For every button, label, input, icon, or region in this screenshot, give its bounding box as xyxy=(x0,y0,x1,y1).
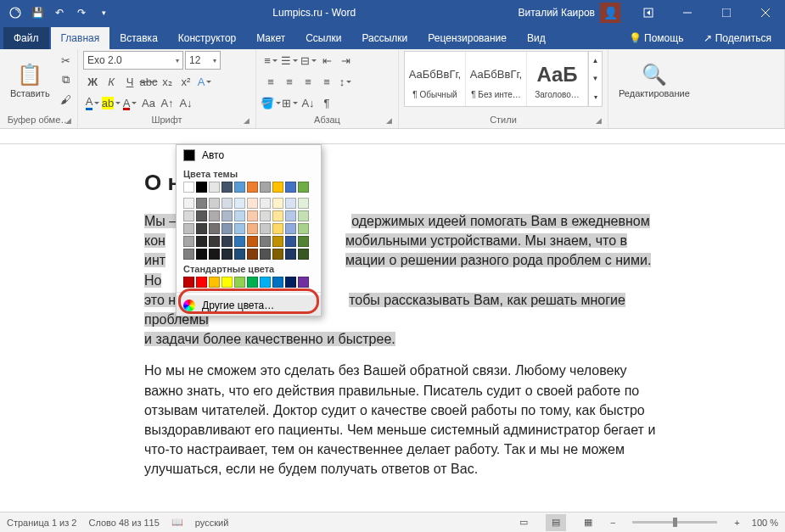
align-center-button[interactable]: ≡ xyxy=(280,72,299,91)
clipboard-launcher[interactable]: ◢ xyxy=(65,116,76,126)
ribbon-options-icon[interactable] xyxy=(629,0,668,25)
color-swatch[interactable] xyxy=(209,182,220,193)
color-swatch[interactable] xyxy=(260,223,271,234)
color-swatch[interactable] xyxy=(183,210,194,221)
color-swatch[interactable] xyxy=(196,223,207,234)
change-case-button[interactable]: Aa xyxy=(139,93,158,112)
color-swatch[interactable] xyxy=(196,182,207,193)
find-button[interactable]: 🔍 Редактирование xyxy=(614,51,695,109)
zoom-slider[interactable] xyxy=(632,521,717,524)
color-swatch[interactable] xyxy=(272,223,283,234)
color-swatch[interactable] xyxy=(221,198,233,209)
color-swatch[interactable] xyxy=(234,198,245,209)
font-size-combo[interactable]: 12▾ xyxy=(185,51,221,70)
color-swatch[interactable] xyxy=(183,223,194,234)
color-swatch[interactable] xyxy=(285,277,296,288)
view-web-icon[interactable]: ▦ xyxy=(578,514,598,531)
color-swatch[interactable] xyxy=(196,277,207,288)
bold-button[interactable]: Ж xyxy=(83,72,102,91)
color-swatch[interactable] xyxy=(183,198,194,209)
color-swatch[interactable] xyxy=(247,236,258,247)
tab-mailings[interactable]: Рассылки xyxy=(351,27,418,49)
color-swatch[interactable] xyxy=(298,277,309,288)
zoom-level[interactable]: 100 % xyxy=(752,518,778,528)
color-swatch[interactable] xyxy=(285,210,296,221)
document-area[interactable]: О на Мы –одержимых идеей помогать Вам в … xyxy=(0,144,785,512)
justify-button[interactable]: ≡ xyxy=(317,72,336,91)
color-swatch[interactable] xyxy=(234,249,245,260)
tab-insert[interactable]: Вставка xyxy=(109,27,168,49)
color-swatch[interactable] xyxy=(247,198,258,209)
color-swatch[interactable] xyxy=(260,210,271,221)
styles-gallery[interactable]: АаБбВвГг,¶ Обычный АаБбВвГг,¶ Без инте… … xyxy=(404,51,603,107)
shrink-font-button[interactable]: A↓ xyxy=(177,93,195,112)
color-swatch[interactable] xyxy=(247,182,258,193)
word-count[interactable]: Слово 48 из 115 xyxy=(88,518,159,528)
color-swatch[interactable] xyxy=(234,182,245,193)
color-swatch[interactable] xyxy=(221,210,233,221)
color-swatch[interactable] xyxy=(247,249,258,260)
redo-icon[interactable]: ↷ xyxy=(71,3,92,23)
styles-down[interactable]: ▼ xyxy=(589,70,602,87)
multilevel-button[interactable]: ⊟ xyxy=(299,51,317,70)
color-swatch[interactable] xyxy=(234,210,245,221)
color-swatch[interactable] xyxy=(221,249,233,260)
color-swatch[interactable] xyxy=(285,236,296,247)
tab-review[interactable]: Рецензирование xyxy=(418,27,517,49)
line-spacing-button[interactable]: ↕ xyxy=(336,72,355,91)
font-launcher[interactable]: ◢ xyxy=(244,116,254,126)
color-swatch[interactable] xyxy=(221,277,233,288)
decrease-indent-button[interactable]: ⇤ xyxy=(317,51,336,70)
highlight-button[interactable]: ab xyxy=(102,93,121,112)
tab-design[interactable]: Конструктор xyxy=(168,27,246,49)
color-swatch[interactable] xyxy=(298,223,309,234)
color-swatch[interactable] xyxy=(272,277,283,288)
color-swatch[interactable] xyxy=(272,198,283,209)
color-swatch[interactable] xyxy=(183,182,194,193)
color-swatch[interactable] xyxy=(196,210,207,221)
color-swatch[interactable] xyxy=(221,223,233,234)
spellcheck-icon[interactable]: 📖 xyxy=(171,517,183,528)
style-heading1[interactable]: АаБЗаголово… xyxy=(527,52,588,106)
color-swatch[interactable] xyxy=(234,223,245,234)
color-swatch[interactable] xyxy=(209,236,220,247)
sort-button[interactable]: A↓ xyxy=(299,93,317,112)
autosave-toggle[interactable] xyxy=(5,3,25,23)
strike-button[interactable]: abc xyxy=(139,72,158,91)
more-colors[interactable]: Другие цвета… xyxy=(177,295,321,316)
color-swatch[interactable] xyxy=(196,236,207,247)
color-swatch[interactable] xyxy=(183,277,194,288)
undo-icon[interactable]: ↶ xyxy=(49,3,70,23)
shading-button[interactable]: 🪣 xyxy=(261,93,280,112)
color-swatch[interactable] xyxy=(209,198,220,209)
color-swatch[interactable] xyxy=(183,249,194,260)
color-swatch[interactable] xyxy=(285,182,296,193)
qat-customize-icon[interactable]: ▾ xyxy=(93,3,114,23)
close-button[interactable] xyxy=(746,0,785,25)
tab-layout[interactable]: Макет xyxy=(246,27,295,49)
increase-indent-button[interactable]: ⇥ xyxy=(336,51,355,70)
color-swatch[interactable] xyxy=(247,223,258,234)
styles-launcher[interactable]: ◢ xyxy=(596,116,606,126)
user-account[interactable]: Виталий Каиров 👤 xyxy=(509,3,629,23)
numbering-button[interactable]: ☰ xyxy=(280,51,299,70)
color-swatch[interactable] xyxy=(285,223,296,234)
color-swatch[interactable] xyxy=(260,277,271,288)
language-indicator[interactable]: русский xyxy=(195,518,228,528)
color-swatch[interactable] xyxy=(196,198,207,209)
underline-button[interactable]: Ч xyxy=(121,72,139,91)
font-name-combo[interactable]: Exo 2.0▾ xyxy=(83,51,183,70)
minimize-button[interactable] xyxy=(668,0,707,25)
color-swatch[interactable] xyxy=(298,182,309,193)
color-swatch[interactable] xyxy=(298,249,309,260)
color-swatch[interactable] xyxy=(260,236,271,247)
color-swatch[interactable] xyxy=(209,277,220,288)
color-swatch[interactable] xyxy=(272,249,283,260)
color-swatch[interactable] xyxy=(234,236,245,247)
color-swatch[interactable] xyxy=(196,249,207,260)
color-swatch[interactable] xyxy=(221,236,233,247)
font-color-button[interactable]: A xyxy=(121,93,139,112)
color-swatch[interactable] xyxy=(209,249,220,260)
color-swatch[interactable] xyxy=(285,198,296,209)
view-read-icon[interactable]: ▭ xyxy=(513,514,534,531)
